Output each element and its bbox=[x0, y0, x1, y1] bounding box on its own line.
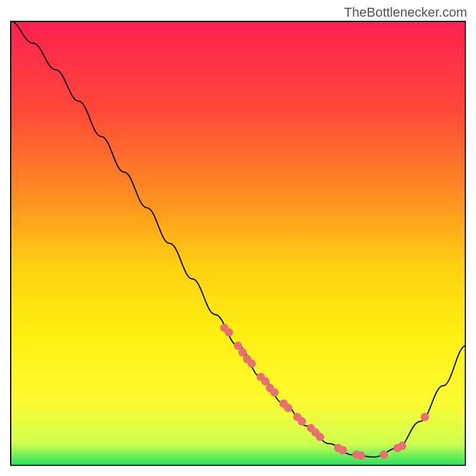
scatter-point bbox=[298, 417, 306, 425]
scatter-points bbox=[220, 324, 429, 460]
bottleneck-curve bbox=[10, 21, 466, 457]
scatter-point bbox=[339, 446, 347, 455]
watermark-text: TheBottlenecker.com bbox=[344, 5, 467, 20]
scatter-point bbox=[248, 359, 256, 368]
scatter-point bbox=[284, 404, 292, 412]
scatter-point bbox=[225, 328, 233, 337]
chart-container bbox=[10, 21, 466, 466]
scatter-point bbox=[270, 389, 278, 397]
scatter-point bbox=[316, 433, 324, 441]
scatter-point bbox=[357, 452, 365, 460]
scatter-point bbox=[380, 450, 388, 459]
scatter-point bbox=[421, 413, 429, 421]
curve-layer bbox=[10, 21, 466, 466]
scatter-point bbox=[398, 441, 406, 450]
